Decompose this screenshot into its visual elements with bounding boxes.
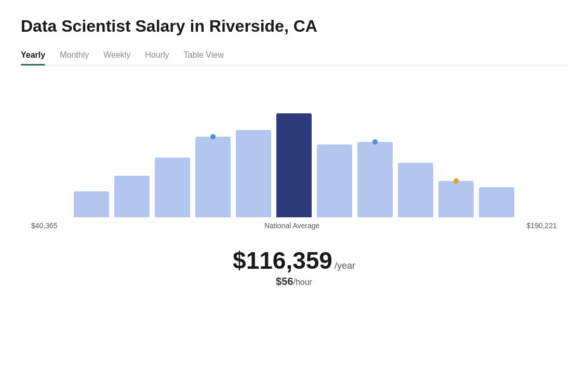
tab-hourly[interactable]: Hourly [145, 50, 169, 65]
bar-dot-blue [210, 134, 216, 139]
bars-container [21, 82, 567, 217]
salary-display: $116,359/year $56/hour [21, 246, 567, 287]
bar-3[interactable] [195, 137, 231, 217]
tab-yearly[interactable]: Yearly [21, 50, 45, 65]
bar-1[interactable] [114, 176, 150, 217]
bar-wrapper [236, 130, 271, 217]
chart-label-min: $40,365 [31, 221, 58, 230]
page-title: Data Scientist Salary in Riverside, CA [21, 17, 567, 36]
bar-dot-blue [372, 139, 378, 145]
chart-label-center: National Average [264, 221, 319, 230]
bar-wrapper [479, 187, 514, 217]
bar-9[interactable] [438, 181, 474, 217]
bar-0[interactable] [74, 191, 109, 217]
bar-10[interactable] [479, 187, 514, 217]
bar-5[interactable] [276, 113, 312, 217]
salary-hourly-unit: /hour [293, 278, 312, 286]
bar-8[interactable] [398, 163, 433, 217]
bar-2[interactable] [155, 158, 190, 217]
tab-table-view[interactable]: Table View [184, 50, 224, 65]
tab-weekly[interactable]: Weekly [103, 50, 130, 65]
bar-wrapper [398, 163, 433, 217]
salary-hourly-row: $56/hour [21, 276, 567, 287]
chart-label-max: $190,221 [527, 221, 557, 230]
bar-wrapper [317, 145, 352, 217]
salary-yearly-value: $116,359 [233, 247, 332, 274]
bar-wrapper [438, 181, 474, 217]
bar-4[interactable] [236, 130, 271, 217]
bar-wrapper [74, 191, 109, 217]
tab-monthly[interactable]: Monthly [60, 50, 89, 65]
bar-7[interactable] [357, 142, 393, 217]
bar-wrapper [195, 137, 231, 217]
bar-wrapper [155, 158, 190, 217]
bar-wrapper [114, 176, 150, 217]
tabs-nav: Yearly Monthly Weekly Hourly Table View [21, 50, 567, 66]
bar-dot-orange [453, 178, 459, 184]
salary-hourly-value: $56 [276, 276, 293, 287]
salary-yearly-unit: /year [335, 260, 355, 271]
bar-6[interactable] [317, 145, 352, 217]
bar-wrapper [276, 113, 312, 217]
bar-wrapper [357, 142, 393, 217]
salary-chart: $40,365 National Average $190,221 [21, 82, 567, 238]
chart-labels: $40,365 National Average $190,221 [21, 221, 567, 230]
